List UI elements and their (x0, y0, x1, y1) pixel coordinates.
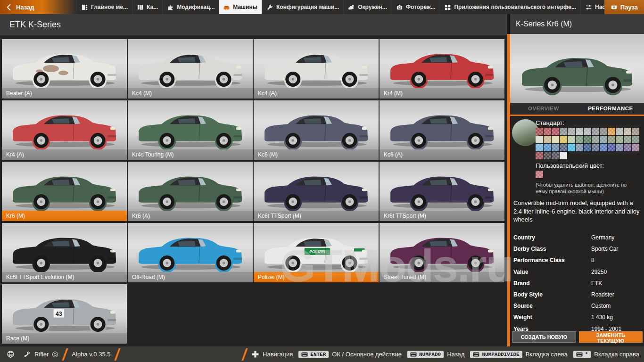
bottom-bar: Rifler Alpha v.0.35.5 НавигацияENTERОК /… (0, 346, 644, 362)
color-swatch[interactable] (592, 128, 599, 135)
color-swatch[interactable] (600, 136, 607, 143)
top-tab-wrench[interactable]: Конфигурация маши... (262, 0, 343, 14)
color-swatch[interactable] (544, 144, 551, 151)
color-swatch[interactable] (600, 144, 607, 151)
color-swatch[interactable] (624, 144, 631, 151)
custom-color-swatch[interactable] (536, 171, 543, 178)
top-tab-main-menu[interactable]: Главное ме... (76, 0, 132, 14)
color-swatch[interactable] (584, 144, 591, 151)
color-swatch[interactable] (616, 128, 623, 135)
color-swatch[interactable] (568, 128, 575, 135)
key-name: * (585, 352, 588, 357)
globe-icon[interactable] (7, 350, 15, 358)
top-tab-apps[interactable]: Приложения пользовательского интерфе... (439, 0, 580, 14)
vehicle-card[interactable]: Kr4 (A) (2, 100, 127, 160)
color-swatch[interactable] (616, 144, 623, 151)
paint-block: Стандарт: Пользовательский цвет: (Чтобы … (536, 118, 642, 195)
hint-label: ОК / Основное действие (332, 351, 402, 358)
pause-button[interactable]: Пауза (604, 0, 644, 14)
color-swatch[interactable] (632, 128, 639, 135)
vehicle-card[interactable]: Kr4s Touring (M) (128, 100, 253, 160)
color-swatch[interactable] (576, 128, 583, 135)
color-swatch[interactable] (560, 152, 567, 159)
color-swatch[interactable] (608, 128, 615, 135)
color-swatch[interactable] (584, 136, 591, 143)
spec-row: Performance Class8 (513, 255, 641, 266)
vehicle-thumbnail (128, 162, 253, 211)
color-swatch[interactable] (544, 128, 551, 135)
top-tabs: Главное ме...Ка...Модификац...МашиныКонф… (76, 0, 604, 14)
pause-label: Пауза (620, 4, 638, 11)
color-swatch[interactable] (608, 144, 615, 151)
color-swatch[interactable] (544, 136, 551, 143)
color-swatch[interactable] (632, 136, 639, 143)
paint-preview-avatar (512, 119, 539, 146)
vehicle-card[interactable]: Off-Road (M) (128, 223, 253, 282)
color-swatch[interactable] (568, 136, 575, 143)
color-swatch[interactable] (536, 136, 543, 143)
color-swatch[interactable] (536, 144, 543, 151)
car-icon (223, 4, 230, 11)
color-swatch[interactable] (544, 152, 551, 159)
vehicle-card[interactable]: POLIZEIPolizei (M) (254, 223, 379, 282)
color-swatch[interactable] (592, 136, 599, 143)
color-swatch[interactable] (568, 144, 575, 151)
vehicle-card[interactable]: Kc6 (M) (254, 100, 379, 160)
spec-row: Body StyleRoadster (513, 289, 641, 300)
spec-value: Germany (591, 234, 614, 241)
color-swatch[interactable] (584, 128, 591, 135)
vehicle-card[interactable]: Kc6t TTSport (M) (254, 162, 379, 221)
color-swatch[interactable] (536, 152, 543, 159)
vehicle-card[interactable]: 43Race (M) (2, 284, 127, 344)
color-swatch[interactable] (536, 128, 543, 135)
vehicle-card[interactable]: Beater (A) (2, 39, 127, 99)
color-swatch[interactable] (600, 128, 607, 135)
palette-row (536, 144, 642, 151)
top-tab-weather[interactable]: Окружен... (343, 0, 391, 14)
color-swatch[interactable] (632, 144, 639, 151)
top-tab-puzzle[interactable]: Модификац... (162, 0, 219, 14)
color-swatch[interactable] (552, 136, 559, 143)
create-new-button[interactable]: СОЗДАТЬ НОВУЮ (512, 331, 576, 343)
vehicle-thumbnail (128, 223, 253, 272)
vehicle-card-label: Kc4 (A) (254, 88, 379, 99)
back-button[interactable]: Назад (0, 0, 76, 14)
tab-performance[interactable]: PERFORMANCE (577, 103, 644, 115)
vehicle-card[interactable]: Kr6 (M) (2, 162, 127, 221)
top-tab-label: Главное ме... (91, 4, 128, 10)
color-swatch[interactable] (624, 136, 631, 143)
tab-overview[interactable]: OVERVIEW (510, 103, 577, 115)
color-swatch[interactable] (608, 136, 615, 143)
vehicle-card[interactable]: Kr4 (M) (380, 39, 504, 99)
color-swatch[interactable] (560, 128, 567, 135)
spec-row: BrandETK (513, 278, 641, 289)
vehicle-card[interactable]: Street Tuned (M) (380, 223, 504, 282)
color-swatch[interactable] (624, 128, 631, 135)
color-swatch[interactable] (576, 136, 583, 143)
sync-status-icon (52, 351, 58, 358)
keyboard-icon (473, 352, 479, 357)
vehicle-card[interactable]: Kr6 (A) (128, 162, 253, 221)
vehicle-card[interactable]: Kc6 (A) (380, 100, 504, 160)
color-swatch[interactable] (560, 144, 567, 151)
color-swatch[interactable] (552, 144, 559, 151)
top-tab-car[interactable]: Машины (219, 0, 262, 14)
color-swatch[interactable] (576, 144, 583, 151)
vehicle-card[interactable]: Kc4 (M) (128, 39, 253, 99)
spec-value: 29250 (591, 269, 607, 275)
vehicle-card[interactable]: Kc4 (A) (254, 39, 379, 99)
replace-current-button[interactable]: ЗАМЕНИТЬ ТЕКУЩУЮ (579, 331, 643, 343)
vehicle-card[interactable]: Kc6t TTSport Evolution (M) (2, 223, 127, 282)
top-tab-sliders[interactable]: Настрой... (580, 0, 604, 14)
vehicle-card[interactable]: Kr6t TTSport (M) (380, 162, 504, 221)
color-swatch[interactable] (552, 152, 559, 159)
sliders-icon (585, 4, 592, 11)
top-tab-map[interactable]: Ка... (132, 0, 162, 14)
top-tab-camera[interactable]: Фотореж... (391, 0, 440, 14)
color-swatch[interactable] (560, 136, 567, 143)
vehicle-card-label: Street Tuned (M) (380, 272, 504, 282)
color-swatch[interactable] (552, 128, 559, 135)
spec-label: Brand (513, 280, 591, 287)
color-swatch[interactable] (616, 136, 623, 143)
color-swatch[interactable] (592, 144, 599, 151)
